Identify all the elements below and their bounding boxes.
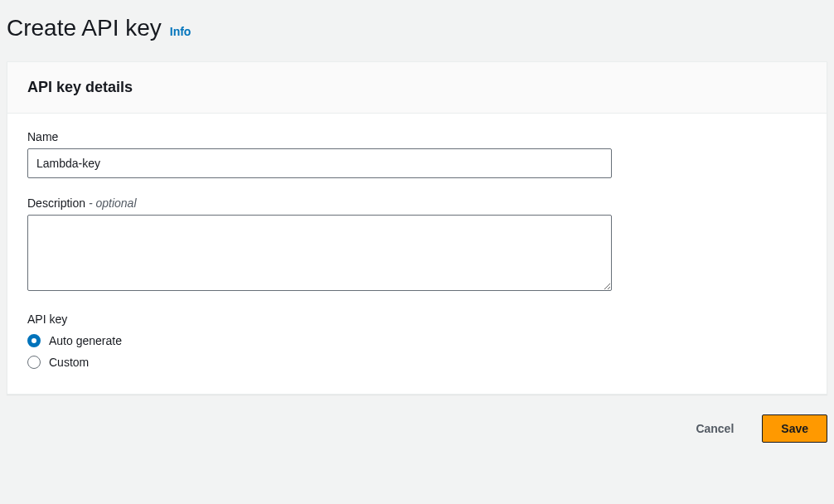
radio-selected-icon <box>27 334 41 347</box>
api-key-radio-group: Auto generate Custom <box>27 334 807 369</box>
panel-title: API key details <box>27 79 807 96</box>
button-row: Cancel Save <box>0 395 834 443</box>
api-key-details-panel: API key details Name Description - optio… <box>7 61 827 395</box>
radio-auto-generate[interactable]: Auto generate <box>27 334 807 347</box>
description-textarea[interactable] <box>27 215 612 291</box>
radio-custom-label: Custom <box>49 356 89 369</box>
save-button[interactable]: Save <box>762 414 827 443</box>
name-form-group: Name <box>27 130 807 178</box>
panel-body: Name Description - optional API key Auto… <box>7 114 827 394</box>
api-key-label: API key <box>27 313 807 326</box>
page-header: Create API key Info <box>0 0 834 61</box>
description-optional-text: - optional <box>85 196 136 210</box>
description-label: Description - optional <box>27 196 807 210</box>
description-form-group: Description - optional <box>27 196 807 294</box>
name-label: Name <box>27 130 807 143</box>
info-link[interactable]: Info <box>170 25 192 38</box>
page-title: Create API key <box>7 15 162 41</box>
radio-unselected-icon <box>27 356 41 369</box>
radio-auto-generate-label: Auto generate <box>49 334 122 347</box>
name-input[interactable] <box>27 148 612 178</box>
api-key-form-group: API key Auto generate Custom <box>27 313 807 369</box>
cancel-button[interactable]: Cancel <box>677 414 752 443</box>
radio-custom[interactable]: Custom <box>27 356 807 369</box>
description-label-text: Description <box>27 196 85 210</box>
panel-header: API key details <box>7 62 827 114</box>
